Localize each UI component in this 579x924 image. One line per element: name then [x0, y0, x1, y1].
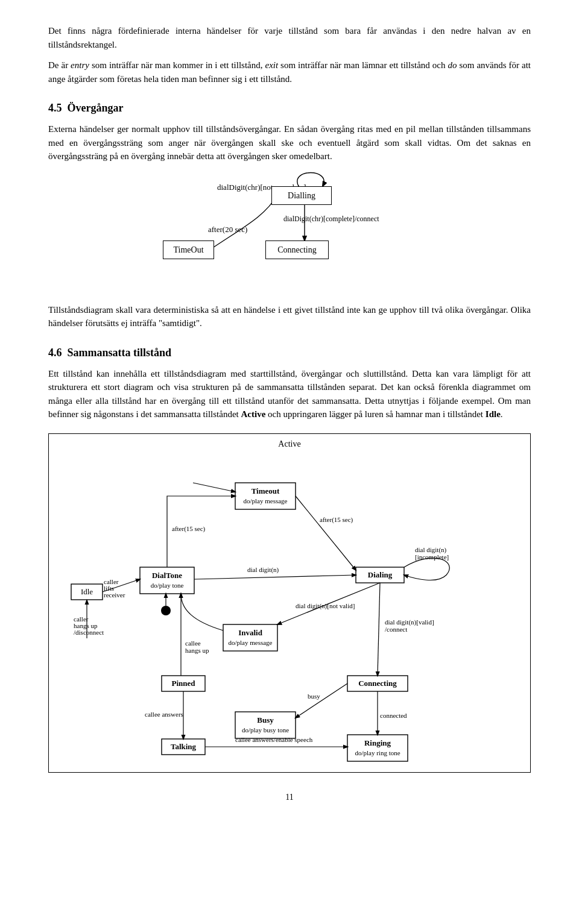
svg-text:do/play ring tone: do/play ring tone	[355, 749, 400, 756]
svg-line-45	[378, 583, 380, 676]
svg-text:[incomplete]: [incomplete]	[415, 553, 449, 561]
state-diagram-2: Active Idle DialTone do/play tone Ti	[48, 433, 531, 773]
svg-text:callee answers: callee answers	[145, 711, 183, 718]
dial-complete-label: dialDigit(chr)[complete]/connect	[283, 213, 379, 224]
active-keyword: Active	[241, 409, 266, 419]
section-45-heading: 4.5 Övergångar	[48, 100, 531, 116]
svg-text:Connecting: Connecting	[358, 679, 397, 688]
diagram2-svg: Idle DialTone do/play tone Timeout do/pl…	[49, 453, 530, 772]
after20sec-label: after(20 sec)	[208, 224, 247, 236]
svg-text:/disconnect: /disconnect	[74, 629, 104, 636]
svg-line-48	[296, 684, 347, 718]
connecting-state-1: Connecting	[265, 240, 329, 259]
svg-line-35	[194, 575, 356, 579]
svg-text:dial digit(n): dial digit(n)	[247, 566, 279, 574]
svg-text:after(15 sec): after(15 sec)	[172, 525, 206, 533]
page-number: 11	[48, 791, 531, 803]
svg-text:Invalid: Invalid	[238, 628, 263, 637]
svg-text:/connect: /connect	[385, 626, 407, 633]
svg-point-3	[161, 606, 171, 615]
timeout-state: TimeOut	[163, 240, 214, 259]
svg-text:Ringing: Ringing	[364, 738, 391, 747]
exit-keyword: exit	[265, 60, 278, 70]
svg-text:dial digit(n)[not valid]: dial digit(n)[not valid]	[296, 602, 355, 610]
svg-text:do/play busy tone: do/play busy tone	[242, 726, 289, 734]
svg-text:after(15 sec): after(15 sec)	[320, 516, 353, 524]
svg-text:DialTone: DialTone	[152, 571, 182, 580]
svg-text:Timeout: Timeout	[252, 486, 280, 495]
svg-text:Pinned: Pinned	[171, 679, 195, 688]
svg-text:callee answers/enable speech: callee answers/enable speech	[235, 736, 313, 743]
svg-text:Talking: Talking	[171, 742, 197, 751]
dialling-state: Dialling	[271, 186, 332, 205]
svg-text:Busy: Busy	[257, 715, 274, 724]
paragraph-46-1: Ett tillstånd kan innehålla ett tillstån…	[48, 367, 531, 421]
svg-text:busy: busy	[308, 693, 320, 700]
svg-text:do/play message: do/play message	[243, 497, 287, 504]
paragraph-1: Det finns några fördefinierade interna h…	[48, 24, 531, 51]
do-keyword: do	[448, 60, 457, 70]
section-46-heading: 4.6 Sammansatta tillstånd	[48, 345, 531, 361]
svg-text:do/play tone: do/play tone	[151, 582, 184, 589]
diagram2-title: Active	[49, 434, 530, 453]
paragraph-45-1: Externa händelser ger normalt upphov til…	[48, 122, 531, 163]
svg-text:connected: connected	[380, 712, 407, 719]
state-diagram-1: dialDigit(chr)[not complete] Dialling di…	[48, 180, 531, 289]
svg-text:hangs up: hangs up	[185, 647, 209, 654]
svg-text:do/play message: do/play message	[228, 639, 272, 646]
paragraph-2: De är entry som inträffar när man kommer…	[48, 58, 531, 86]
svg-text:Idle: Idle	[81, 587, 93, 596]
paragraph-45-2: Tillståndsdiagram skall vara determinist…	[48, 303, 531, 330]
svg-text:receiver: receiver	[104, 591, 125, 599]
svg-line-39	[296, 496, 356, 570]
svg-text:callee: callee	[185, 640, 201, 647]
svg-line-41	[193, 483, 235, 492]
entry-keyword: entry	[71, 60, 89, 70]
idle-keyword: Idle	[486, 409, 501, 419]
svg-text:Dialing: Dialing	[368, 570, 393, 579]
